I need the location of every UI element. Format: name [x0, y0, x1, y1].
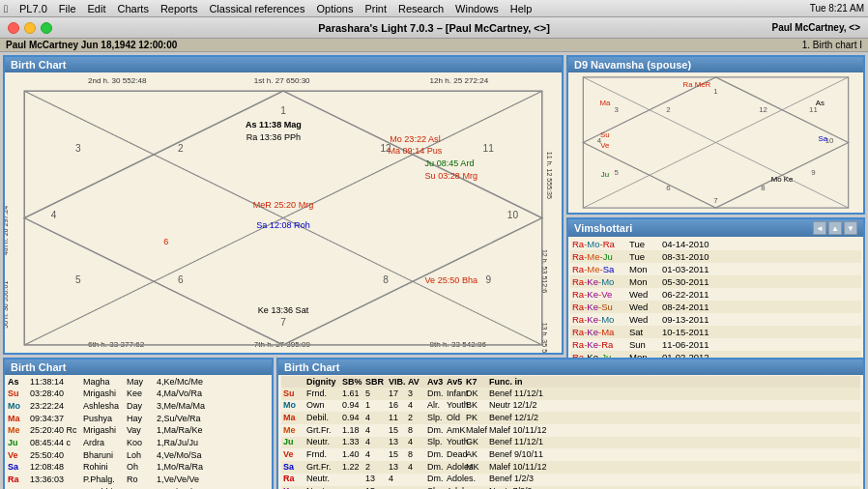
planet-label: Ra — [8, 475, 27, 486]
planet-label: Mo — [283, 400, 304, 412]
av-value — [408, 474, 425, 485]
birth-chart-body[interactable]: 2nd h. 30 552:48 1st h. 27 650:30 12h h.… — [5, 72, 562, 353]
right-table-row: VeFrnd.1.404158Dm.DeadAKBenef 9/10/11 — [281, 448, 860, 461]
vib-value: 17 — [389, 388, 406, 400]
svg-text:Ma 09:14  Pus: Ma 09:14 Pus — [388, 146, 442, 156]
scroll-up-button[interactable]: ▲ — [828, 221, 842, 235]
vim-day: Wed — [629, 289, 658, 300]
right-table-row: SuFrnd.1.615173Dm.InfantDKBenef 11/12/1 — [281, 388, 860, 400]
dignity-value: Frnd. — [306, 449, 340, 461]
star-value: Pushya — [83, 414, 124, 425]
clock: Tue 8:21 AM — [810, 3, 864, 14]
vimshottari-row: Ra-Ke-MoMon05-30-2011 — [570, 275, 861, 288]
vim-date: 04-14-2010 — [662, 239, 859, 249]
vim-date: 09-13-2011 — [662, 314, 859, 325]
vim-planet-label: Ra-Ke-Ma — [572, 327, 625, 337]
av5-value: Adoles. — [447, 462, 464, 474]
star-value: P.Phalg. — [83, 475, 124, 486]
menu-help[interactable]: Help — [510, 3, 533, 14]
func-value: Malef 10/11/12 — [489, 425, 858, 437]
left-table-row: Ra13:36:03P.Phalg.Ro1,Ve/Ve/Ve — [8, 475, 269, 487]
menu-edit[interactable]: Edit — [88, 3, 106, 14]
svg-text:2: 2 — [666, 105, 670, 114]
chart-type: 1. Birth chart I — [802, 40, 862, 50]
left-table-row: Me25:20:40 RcMrigashiVay1,Ma/Ra/Ke — [8, 425, 269, 438]
star-value: Bharuni — [83, 450, 124, 462]
header-info: Paul McCartney Jun 18,1942 12:00:00 1. B… — [0, 39, 868, 52]
vim-date: 11-06-2011 — [662, 339, 859, 350]
svg-text:Mo  Ke: Mo Ke — [771, 175, 794, 184]
av5-value: Dead — [447, 449, 464, 461]
maximize-button[interactable] — [41, 22, 52, 34]
planet-label: Sa — [283, 462, 304, 474]
close-button[interactable] — [8, 22, 19, 34]
menu-print[interactable]: Print — [364, 3, 387, 14]
svg-text:As 11:38 Mag: As 11:38 Mag — [246, 120, 302, 129]
svg-text:6: 6 — [163, 237, 168, 246]
sbr-value: 4 — [365, 425, 387, 437]
vim-planet-label: Ra-Ke-Mo — [572, 314, 625, 325]
av3-value: Dm. — [427, 474, 445, 485]
window-controls[interactable] — [8, 22, 52, 34]
svg-text:8: 8 — [383, 274, 389, 285]
planet-label: Su — [8, 388, 27, 400]
dignity-value: Own — [306, 400, 340, 412]
vim-date: 01-03-2011 — [662, 264, 859, 274]
left-table-row: Ve25:50:40BharuniLoh4,Ve/Mo/Sa — [8, 449, 269, 462]
menu-reports[interactable]: Reports — [160, 3, 198, 14]
vimshottari-nav[interactable]: ◄ ▲ ▼ — [813, 221, 857, 235]
lords-value: 1,Ra/Ju/Ju — [157, 438, 269, 449]
person-info: Paul McCartney Jun 18,1942 12:00:00 — [6, 40, 177, 50]
av-value: 8 — [408, 449, 425, 461]
lords-value: 3,Me/Ma/Ma — [157, 401, 269, 413]
menu-file[interactable]: File — [59, 3, 76, 14]
svg-text:Mo 23:22  Asl: Mo 23:22 Asl — [390, 134, 440, 144]
svg-text:3: 3 — [75, 143, 81, 154]
vim-day: Tue — [629, 239, 658, 249]
star-value: Rohini — [83, 462, 124, 474]
scroll-left-button[interactable]: ◄ — [813, 221, 826, 235]
menu-research[interactable]: Research — [398, 3, 444, 14]
left-table-row: Ma09:34:37PushyaHay2,Su/Ve/Ra — [8, 413, 269, 425]
planet-label: Me — [283, 425, 304, 437]
birth-table-left-title: Birth Chart — [5, 360, 272, 375]
vimshottari-row: Ra-Me-JuTue08-31-2010 — [570, 250, 861, 263]
k7-value — [466, 474, 487, 485]
scroll-down-button[interactable]: ▼ — [844, 221, 857, 235]
minimize-button[interactable] — [24, 22, 36, 34]
menu-pl[interactable]: PL7.0 — [19, 3, 47, 14]
k7-value: PK — [466, 413, 487, 424]
day-value: Day — [127, 401, 154, 413]
menu-charts[interactable]: Charts — [117, 3, 148, 14]
svg-text:Ra MeR: Ra MeR — [683, 80, 711, 89]
left-table-row: As11:38:14MaghaMay4,Ke/Mc/Me — [8, 376, 269, 388]
func-value: Neutr 12/1/2 — [489, 400, 858, 412]
svg-text:11 h. 12  555:35: 11 h. 12 555:35 — [546, 152, 553, 199]
star-value: Ardra — [83, 438, 124, 449]
vimshottari-panel: Vimshottari ◄ ▲ ▼ Ra-Mo-RaTue04-14-2010R… — [566, 217, 865, 366]
vib-value: 11 — [389, 413, 406, 424]
apple-menu[interactable]:  — [4, 3, 8, 14]
av3-value: Slp. — [427, 413, 445, 424]
planet-label: Ra — [283, 474, 304, 485]
svg-text:1st h. 27  650:30: 1st h. 27 650:30 — [254, 76, 310, 85]
av5-value: AmK — [447, 425, 464, 437]
vim-day: Sat — [629, 327, 658, 337]
vimshottari-row: Ra-Ke-MaSat10-15-2011 — [570, 326, 861, 338]
av5-value: Youth. — [447, 400, 464, 412]
sbr-value: 4 — [365, 413, 387, 424]
day-value: May — [127, 377, 154, 388]
menu-classical[interactable]: Classical references — [209, 3, 304, 14]
menu-options[interactable]: Options — [316, 3, 353, 14]
time-value: 23:22:24 — [30, 401, 80, 413]
menu-windows[interactable]: Windows — [455, 3, 499, 14]
av-value: 2 — [408, 413, 425, 424]
k7-value: GK — [466, 437, 487, 448]
av-value: 4 — [408, 400, 425, 412]
vib-value: 15 — [389, 425, 406, 437]
k7-value: MK — [466, 462, 487, 474]
vimshottari-title: Vimshottari ◄ ▲ ▼ — [568, 219, 863, 237]
svg-text:50 h. 36  550:01: 50 h. 36 550:01 — [5, 281, 9, 329]
sbr-value: 13 — [365, 474, 387, 485]
av3-value: Slp. — [427, 437, 445, 448]
